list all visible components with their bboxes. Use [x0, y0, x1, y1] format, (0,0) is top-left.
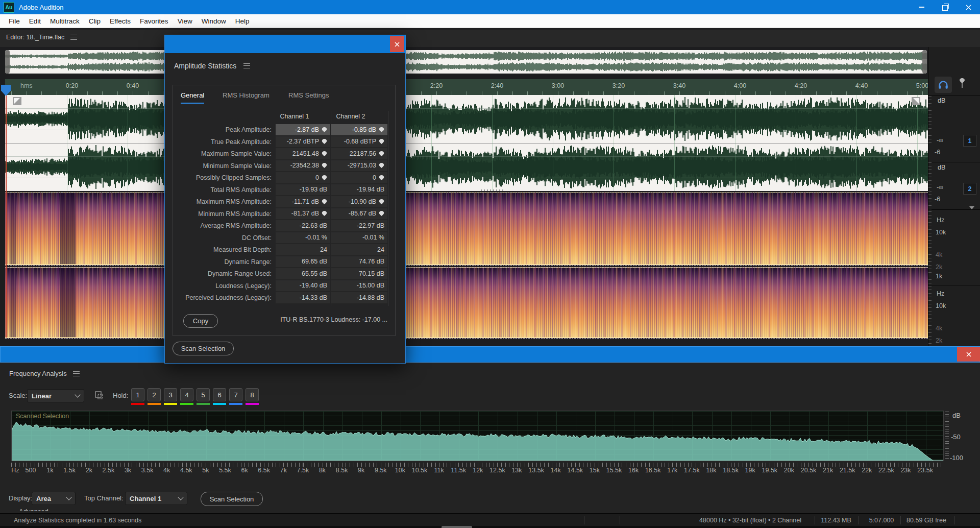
channel-1-badge[interactable]: 1: [963, 135, 976, 147]
stat-row[interactable]: Measured Bit Depth:2424: [173, 244, 395, 256]
overview-handle-right[interactable]: [922, 50, 927, 74]
stat-value-ch1[interactable]: -81.37 dB: [276, 208, 330, 220]
panel-menu-icon[interactable]: [73, 371, 80, 376]
stat-value-ch2[interactable]: -0.01 %: [331, 232, 387, 244]
menu-item-effects[interactable]: Effects: [105, 17, 135, 25]
stat-value-ch1[interactable]: -11.71 dB: [276, 196, 330, 208]
scan-selection-button[interactable]: Scan Selection: [173, 342, 234, 355]
display-dropdown[interactable]: Area: [32, 492, 76, 505]
stat-value-ch2[interactable]: -85.67 dB: [331, 208, 387, 220]
stat-row[interactable]: True Peak Amplitude:-2.37 dBTP-0.68 dBTP: [173, 136, 395, 149]
stat-value-ch2[interactable]: -14.88 dB: [331, 292, 387, 304]
stat-row[interactable]: Dynamic Range Used:65.55 dB70.15 dB: [173, 268, 395, 280]
stat-value-ch1[interactable]: -22.63 dB: [276, 220, 330, 232]
pin-icon[interactable]: [379, 175, 384, 181]
tab-rms-histogram[interactable]: RMS Histogram: [223, 91, 270, 99]
stat-value-ch1[interactable]: -2.87 dB: [276, 124, 330, 136]
channel-2-badge[interactable]: 2: [963, 183, 976, 195]
waveform-display[interactable]: [5, 95, 928, 191]
menu-item-clip[interactable]: Clip: [84, 17, 105, 25]
pin-icon[interactable]: [379, 210, 384, 217]
stat-value-ch2[interactable]: -29715.03: [331, 160, 387, 172]
stat-value-ch1[interactable]: -0.01 %: [276, 232, 330, 244]
stat-row[interactable]: Maximum Sample Value:21451.4822187.56: [173, 148, 395, 160]
stat-value-ch2[interactable]: 74.76 dB: [331, 256, 387, 268]
menu-item-help[interactable]: Help: [231, 17, 254, 25]
stat-row[interactable]: Average RMS Amplitude:-22.63 dB-22.97 dB: [173, 220, 395, 232]
restore-button[interactable]: [933, 0, 957, 14]
panel-menu-icon[interactable]: [70, 35, 77, 40]
pin-icon[interactable]: [322, 138, 327, 145]
pin-icon[interactable]: [322, 175, 327, 181]
stat-row[interactable]: Minimum Sample Value:-23542.38-29715.03: [173, 160, 395, 173]
stat-value-ch1[interactable]: 0: [276, 172, 330, 184]
splitter-grip[interactable]: [481, 189, 504, 191]
stat-value-ch2[interactable]: -15.00 dB: [331, 280, 387, 292]
stat-value-ch1[interactable]: -2.37 dBTP: [276, 136, 330, 148]
stat-row[interactable]: Maximum RMS Amplitude:-11.71 dB-10.90 dB: [173, 196, 395, 208]
monitor-button[interactable]: [935, 77, 952, 93]
frequency-window-titlebar[interactable]: [0, 346, 980, 363]
pin-icon[interactable]: [322, 210, 327, 217]
menu-item-view[interactable]: View: [173, 17, 197, 25]
top-channel-dropdown[interactable]: Channel 1: [125, 492, 187, 505]
hold-button-8[interactable]: 8: [246, 388, 259, 401]
stat-value-ch2[interactable]: -0.85 dB: [331, 124, 387, 136]
menu-item-window[interactable]: Window: [197, 17, 231, 25]
stat-value-ch2[interactable]: 22187.56: [331, 148, 387, 160]
bottom-scrollbar[interactable]: [0, 526, 980, 528]
menu-item-favorites[interactable]: Favorites: [135, 17, 173, 25]
stat-value-ch2[interactable]: -22.97 dB: [331, 220, 387, 232]
pin-icon[interactable]: [322, 162, 327, 169]
copy-button[interactable]: Copy: [183, 314, 218, 328]
menu-item-multitrack[interactable]: Multitrack: [45, 17, 84, 25]
spectrogram-channel-2[interactable]: [5, 267, 928, 339]
pin-icon[interactable]: [322, 127, 327, 133]
menu-item-edit[interactable]: Edit: [24, 17, 45, 25]
stat-value-ch1[interactable]: 69.65 dB: [276, 256, 330, 268]
collapse-arrow-icon[interactable]: [969, 206, 974, 209]
hold-button-6[interactable]: 6: [213, 388, 226, 401]
selection-handle-left[interactable]: [13, 97, 21, 105]
stat-row[interactable]: Perceived Loudness (Legacy):-14.33 dB-14…: [173, 292, 395, 304]
stat-value-ch2[interactable]: -10.90 dB: [331, 196, 387, 208]
pin-icon[interactable]: [379, 138, 384, 145]
stat-value-ch1[interactable]: -19.40 dB: [276, 280, 330, 292]
pin-icon[interactable]: [379, 199, 384, 205]
stat-value-ch1[interactable]: -23542.38: [276, 160, 330, 172]
stat-row[interactable]: Minimum RMS Amplitude:-81.37 dB-85.67 dB: [173, 208, 395, 221]
window-titlebar[interactable]: Au Adobe Audition: [0, 0, 980, 14]
hold-button-1[interactable]: 1: [131, 388, 144, 401]
frequency-graph[interactable]: Scanned Selection: [11, 411, 944, 461]
stat-row[interactable]: Dynamic Range:69.65 dB74.76 dB: [173, 256, 395, 269]
stat-value-ch1[interactable]: 21451.48: [276, 148, 330, 160]
pin-icon[interactable]: [379, 151, 384, 157]
stat-row[interactable]: Possibly Clipped Samples:00: [173, 172, 395, 184]
stat-value-ch2[interactable]: -19.94 dB: [331, 184, 387, 196]
tab-rms-settings[interactable]: RMS Settings: [288, 91, 329, 99]
hold-button-7[interactable]: 7: [229, 388, 242, 401]
stat-value-ch1[interactable]: -19.93 dB: [276, 184, 330, 196]
minimize-button[interactable]: [910, 0, 933, 14]
selection-handle-right[interactable]: [912, 97, 920, 105]
hold-button-4[interactable]: 4: [180, 388, 193, 401]
stat-value-ch2[interactable]: 0: [331, 172, 387, 184]
marker-tool-icon[interactable]: [958, 78, 966, 89]
pin-icon[interactable]: [379, 162, 384, 169]
hold-button-2[interactable]: 2: [148, 388, 161, 401]
stat-value-ch1[interactable]: 65.55 dB: [276, 268, 330, 280]
dialog-titlebar[interactable]: [165, 35, 405, 53]
hold-button-5[interactable]: 5: [197, 388, 210, 401]
stat-value-ch2[interactable]: -0.68 dBTP: [331, 136, 387, 148]
stat-row[interactable]: Total RMS Amplitude:-19.93 dB-19.94 dB: [173, 184, 395, 197]
stat-row[interactable]: DC Offset:-0.01 %-0.01 %: [173, 232, 395, 245]
stat-value-ch2[interactable]: 24: [331, 244, 387, 256]
bottom-scrollbar-thumb[interactable]: [442, 526, 472, 528]
overview-navigator[interactable]: [5, 50, 927, 74]
pin-icon[interactable]: [322, 151, 327, 157]
spectrogram-channel-1[interactable]: [5, 193, 928, 266]
menu-item-file[interactable]: File: [4, 17, 24, 25]
stat-value-ch1[interactable]: -14.33 dB: [276, 292, 330, 304]
stat-row[interactable]: Peak Amplitude:-2.87 dB-0.85 dB: [173, 124, 395, 136]
dialog-close-button[interactable]: [390, 36, 404, 52]
